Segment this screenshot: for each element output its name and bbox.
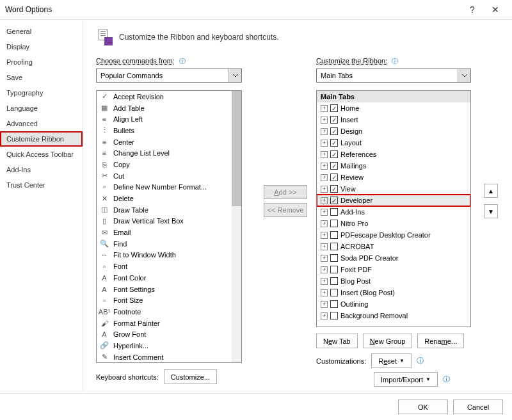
expand-icon[interactable]: + bbox=[321, 128, 328, 135]
expand-icon[interactable]: + bbox=[321, 243, 328, 250]
sidebar-item-advanced[interactable]: Advanced bbox=[0, 116, 83, 131]
sidebar-item-trust-center[interactable]: Trust Center bbox=[0, 177, 83, 193]
expand-icon[interactable]: + bbox=[321, 117, 328, 124]
checkbox[interactable] bbox=[330, 231, 338, 239]
command-item[interactable]: ▯Draw Vertical Text Box bbox=[97, 216, 241, 227]
expand-icon[interactable]: + bbox=[321, 163, 328, 170]
checkbox[interactable] bbox=[330, 289, 338, 296]
checkbox[interactable] bbox=[330, 174, 338, 181]
move-down-button[interactable]: ▼ bbox=[484, 204, 498, 218]
tree-tab-blog-post[interactable]: +Blog Post bbox=[317, 275, 470, 287]
tree-tab-background-removal[interactable]: +Background Removal bbox=[317, 310, 470, 321]
command-item[interactable]: 🔍Find bbox=[97, 238, 241, 250]
tree-tab-references[interactable]: +References bbox=[317, 149, 470, 160]
tree-tab-design[interactable]: +Design bbox=[317, 125, 470, 137]
import-export-button[interactable]: Import/Export▼ bbox=[374, 372, 438, 387]
command-item[interactable]: AB¹Footnote bbox=[97, 306, 241, 318]
tree-tab-insert-blog-post-[interactable]: +Insert (Blog Post) bbox=[317, 287, 470, 298]
help-icon[interactable]: ? bbox=[461, 4, 484, 15]
sidebar-item-typography[interactable]: Typography bbox=[0, 85, 83, 101]
tree-tab-pdfescape-desktop-creator[interactable]: +PDFescape Desktop Creator bbox=[317, 229, 470, 241]
commands-from-dropdown[interactable]: Popular Commands bbox=[96, 69, 242, 83]
expand-icon[interactable]: + bbox=[321, 312, 328, 319]
scrollbar[interactable] bbox=[232, 91, 241, 362]
sidebar-item-add-ins[interactable]: Add-Ins bbox=[0, 162, 83, 177]
sidebar-item-proofing[interactable]: Proofing bbox=[0, 54, 83, 70]
ok-button[interactable]: OK bbox=[398, 400, 448, 414]
checkbox[interactable] bbox=[330, 312, 338, 319]
tree-tab-view[interactable]: +View bbox=[317, 183, 470, 195]
reset-button[interactable]: Reset▼ bbox=[371, 353, 412, 368]
sidebar-item-save[interactable]: Save bbox=[0, 70, 83, 85]
sidebar-item-display[interactable]: Display bbox=[0, 39, 83, 54]
checkbox[interactable] bbox=[330, 139, 338, 147]
sidebar-item-customize-ribbon[interactable]: Customize Ribbon bbox=[0, 131, 83, 147]
command-item[interactable]: ✕Delete bbox=[97, 193, 241, 204]
command-item[interactable]: ◫Draw Table bbox=[97, 204, 241, 216]
checkbox[interactable] bbox=[330, 277, 338, 285]
expand-icon[interactable]: + bbox=[321, 197, 328, 204]
checkbox[interactable] bbox=[330, 243, 338, 250]
checkbox[interactable] bbox=[330, 150, 338, 158]
checkbox[interactable] bbox=[330, 127, 338, 135]
sidebar-item-general[interactable]: General bbox=[0, 24, 83, 39]
command-item[interactable]: ▫Define New Number Format... bbox=[97, 182, 241, 193]
new-tab-button[interactable]: New Tab bbox=[316, 334, 358, 348]
checkbox[interactable] bbox=[330, 197, 338, 204]
expand-icon[interactable]: + bbox=[321, 140, 328, 147]
checkbox[interactable] bbox=[330, 162, 338, 170]
expand-icon[interactable]: + bbox=[321, 289, 328, 296]
tree-tab-outlining[interactable]: +Outlining bbox=[317, 298, 470, 310]
command-item[interactable]: ≡Center bbox=[97, 136, 241, 148]
new-group-button[interactable]: New Group bbox=[363, 334, 413, 348]
tree-tab-review[interactable]: +Review bbox=[317, 172, 470, 183]
tree-tab-developer[interactable]: +Developer bbox=[317, 195, 470, 206]
info-icon[interactable]: ⓘ bbox=[417, 356, 424, 366]
info-icon[interactable]: ⓘ bbox=[443, 375, 450, 384]
command-item[interactable]: ✂Cut bbox=[97, 170, 241, 182]
checkbox[interactable] bbox=[330, 208, 338, 216]
command-item[interactable]: ✉Email bbox=[97, 227, 241, 238]
tree-tab-foxit-pdf[interactable]: +Foxit PDF bbox=[317, 264, 470, 275]
expand-icon[interactable]: + bbox=[321, 151, 328, 158]
ribbon-tree-listbox[interactable]: Main Tabs +Home+Insert+Design+Layout+Ref… bbox=[316, 90, 471, 327]
ribbon-tabs-dropdown[interactable]: Main Tabs bbox=[316, 69, 471, 83]
command-item[interactable]: ✎Insert Comment bbox=[97, 351, 241, 363]
rename-button[interactable]: Rename... bbox=[417, 334, 464, 348]
expand-icon[interactable]: + bbox=[321, 174, 328, 181]
expand-icon[interactable]: + bbox=[321, 105, 328, 112]
command-item[interactable]: AGrow Font bbox=[97, 328, 241, 340]
checkbox[interactable] bbox=[330, 254, 338, 262]
close-icon[interactable]: ✕ bbox=[484, 4, 507, 15]
info-icon[interactable]: ⓘ bbox=[392, 58, 398, 65]
command-item[interactable]: ✓Accept Revision bbox=[97, 91, 241, 102]
expand-icon[interactable]: + bbox=[321, 186, 328, 193]
expand-icon[interactable]: + bbox=[321, 220, 328, 227]
tree-tab-soda-pdf-creator[interactable]: +Soda PDF Creator bbox=[317, 252, 470, 264]
command-item[interactable]: ⎘Copy bbox=[97, 159, 241, 170]
commands-listbox[interactable]: ✓Accept Revision▦Add Table▶≡Align Left⋮B… bbox=[96, 90, 242, 363]
add-button[interactable]: Add >> bbox=[264, 185, 307, 199]
tree-tab-add-ins[interactable]: +Add-Ins bbox=[317, 206, 470, 218]
expand-icon[interactable]: + bbox=[321, 209, 328, 216]
info-icon[interactable]: ⓘ bbox=[179, 58, 186, 65]
command-item[interactable]: AFont Color▶ bbox=[97, 272, 241, 284]
tree-tab-acrobat[interactable]: +ACROBAT bbox=[317, 241, 470, 252]
tree-tab-mailings[interactable]: +Mailings bbox=[317, 160, 470, 172]
command-item[interactable]: ≡Change List Level▶ bbox=[97, 147, 241, 159]
sidebar-item-quick-access-toolbar[interactable]: Quick Access Toolbar bbox=[0, 147, 83, 162]
command-item[interactable]: ▫Insert Page Section Breaks▶ bbox=[97, 363, 241, 364]
tree-tab-layout[interactable]: +Layout bbox=[317, 137, 470, 149]
command-item[interactable]: ≡Align Left bbox=[97, 113, 241, 125]
cancel-button[interactable]: Cancel bbox=[453, 400, 503, 414]
expand-icon[interactable]: + bbox=[321, 266, 328, 273]
expand-icon[interactable]: + bbox=[321, 278, 328, 285]
command-item[interactable]: ⋮Bullets▶ bbox=[97, 125, 241, 136]
remove-button[interactable]: << Remove bbox=[264, 203, 307, 217]
checkbox[interactable] bbox=[330, 185, 338, 193]
move-up-button[interactable]: ▲ bbox=[484, 184, 498, 198]
checkbox[interactable] bbox=[330, 300, 338, 308]
command-item[interactable]: AFont Settings bbox=[97, 284, 241, 295]
command-item[interactable]: ▦Add Table▶ bbox=[97, 102, 241, 114]
expand-icon[interactable]: + bbox=[321, 301, 328, 308]
